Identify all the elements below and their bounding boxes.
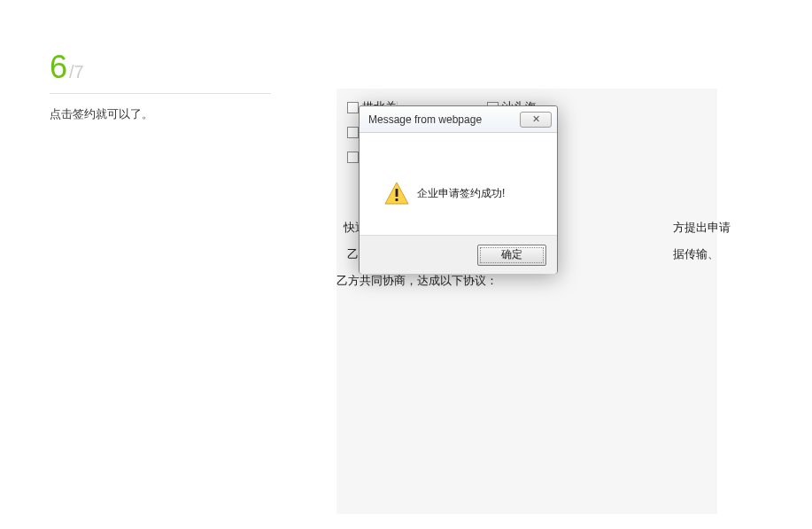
alert-dialog: Message from webpage ✕ 企业申请签约成功! 确定 <box>359 105 558 274</box>
svg-rect-2 <box>396 198 398 201</box>
ok-button[interactable]: 确定 <box>477 245 546 266</box>
dialog-body: 企业申请签约成功! <box>360 133 557 235</box>
dialog-footer: 确定 <box>360 235 557 274</box>
step-panel: 6/7 点击签约就可以了。 <box>50 49 271 122</box>
step-total: 7 <box>74 62 84 82</box>
checkbox-icon[interactable] <box>347 152 359 163</box>
warning-icon <box>384 182 409 208</box>
dialog-message: 企业申请签约成功! <box>417 186 505 201</box>
bg-text-fragment: 据传输、 <box>673 246 719 262</box>
step-description: 点击签约就可以了。 <box>50 106 271 122</box>
checkbox-icon[interactable] <box>347 127 359 138</box>
step-current: 6 <box>50 49 67 85</box>
close-icon: ✕ <box>532 113 540 125</box>
dialog-title: Message from webpage <box>368 113 520 126</box>
step-counter: 6/7 <box>50 49 271 86</box>
bg-text-fragment: 乙方共同协商，达成以下协议： <box>336 273 498 289</box>
dialog-titlebar[interactable]: Message from webpage ✕ <box>360 106 557 133</box>
bg-text-fragment: 方提出申请 <box>673 220 731 236</box>
checkbox-icon[interactable] <box>347 102 359 113</box>
svg-rect-1 <box>396 189 398 197</box>
divider <box>50 93 271 94</box>
close-button[interactable]: ✕ <box>520 112 552 128</box>
